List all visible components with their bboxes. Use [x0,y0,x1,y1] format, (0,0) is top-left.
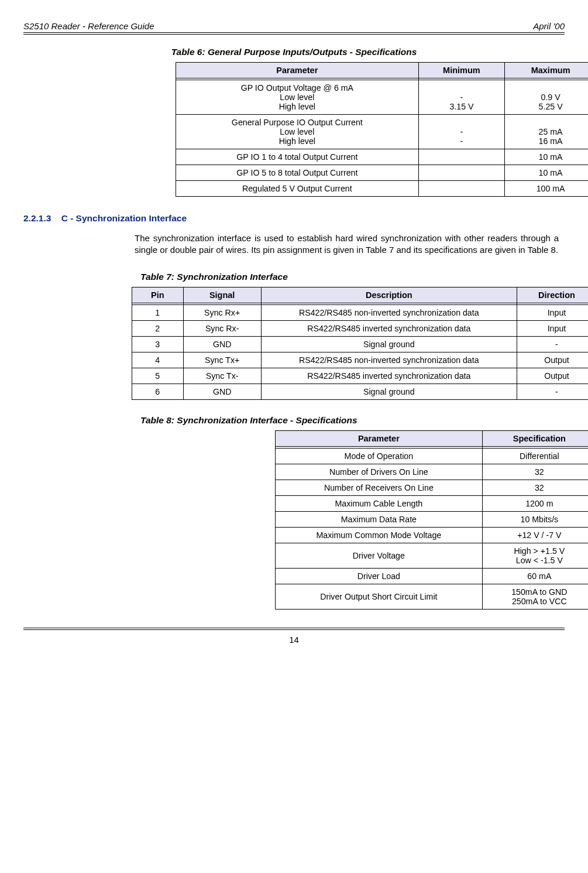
table-cell: RS422/RS485 inverted synchronization dat… [261,320,517,336]
table-row: 3GNDSignal ground- [132,336,589,352]
table-cell: 10 mA [505,149,588,165]
table-row: Driver VoltageHigh > +1.5 VLow < -1.5 V [276,543,589,568]
table-cell: Mode of Operation [276,448,483,464]
header-left: S2510 Reader - Reference Guide [23,21,154,31]
table-cell: 1200 m [482,495,588,511]
table-cell: GP IO 5 to 8 total Output Current [176,165,419,181]
table-row: Mode of OperationDifferential [276,448,589,464]
table-row: 6GNDSignal ground- [132,384,589,399]
table-cell: Sync Rx- [183,320,261,336]
t6-h0: Parameter [176,63,419,78]
t6-h2: Maximum [505,63,588,78]
table-cell: 100 mA [505,181,588,197]
table-cell: Output [517,368,588,384]
table-cell: Sync Tx+ [183,352,261,368]
table6-caption: Table 6: General Purpose Inputs/Outputs … [23,47,565,57]
header-right: April '00 [533,21,565,31]
table8: Parameter Specification Mode of Operatio… [275,430,588,610]
table-row: General Purpose IO Output CurrentLow lev… [176,115,589,149]
section-number: 2.2.1.3 [23,213,51,223]
table-row: 5Sync Tx-RS422/RS485 inverted synchroniz… [132,368,589,384]
section-paragraph: The synchronization interface is used to… [135,232,559,256]
table-cell: GP IO 1 to 4 total Output Current [176,149,419,165]
table-cell: Number of Drivers On Line [276,464,483,480]
page-header: S2510 Reader - Reference Guide April '00 [23,21,565,33]
table-cell: 10 Mbits/s [482,511,588,527]
table-cell: 6 [132,384,184,399]
section-title: C - Synchronization Interface [61,213,187,223]
table-cell: General Purpose IO Output CurrentLow lev… [176,115,419,149]
table-cell: 32 [482,480,588,495]
table-cell: 0.9 V5.25 V [505,80,588,115]
table-cell: +12 V / -7 V [482,527,588,543]
t8-h0: Parameter [276,430,483,446]
table-row: Driver Output Short Circuit Limit150mA t… [276,584,589,609]
table-row: Number of Receivers On Line32 [276,480,589,495]
table-cell [418,165,505,181]
table-cell: Maximum Common Mode Voltage [276,527,483,543]
table-cell [418,149,505,165]
page-footer: 14 [23,629,565,645]
table-cell: 25 mA16 mA [505,115,588,149]
table-row: Number of Drivers On Line32 [276,464,589,480]
table-cell: GND [183,384,261,399]
table-cell: 150mA to GND250mA to VCC [482,584,588,609]
table-cell: Signal ground [261,384,517,399]
table-row: Driver Load60 mA [276,568,589,584]
table-cell: Driver Output Short Circuit Limit [276,584,483,609]
t8-h1: Specification [482,430,588,446]
page-number: 14 [289,635,299,645]
section-heading: 2.2.1.3 C - Synchronization Interface [23,213,565,224]
table-row: GP IO 1 to 4 total Output Current 10 mA [176,149,589,165]
t7-h2: Description [261,287,517,303]
table-cell: 10 mA [505,165,588,181]
table-cell: 3 [132,336,184,352]
table-cell: GND [183,336,261,352]
table-row: Maximum Common Mode Voltage+12 V / -7 V [276,527,589,543]
table-cell: Input [517,320,588,336]
table-row: GP IO Output Voltage @ 6 mALow levelHigh… [176,80,589,115]
table-row: 4Sync Tx+RS422/RS485 non-inverted synchr… [132,352,589,368]
table-cell: Sync Rx+ [183,304,261,320]
table-cell: Sync Tx- [183,368,261,384]
table-cell: Differential [482,448,588,464]
t7-h3: Direction [517,287,588,303]
table-row: 2Sync Rx-RS422/RS485 inverted synchroniz… [132,320,589,336]
table-cell: Input [517,304,588,320]
table-cell: RS422/RS485 non-inverted synchronization… [261,352,517,368]
table-cell: Signal ground [261,336,517,352]
table-row: GP IO 5 to 8 total Output Current 10 mA [176,165,589,181]
table-row: Maximum Data Rate10 Mbits/s [276,511,589,527]
table-row: Maximum Cable Length1200 m [276,495,589,511]
table-cell: - [517,336,588,352]
table-row: Regulated 5 V Output Current 100 mA [176,181,589,197]
t6-h1: Minimum [418,63,505,78]
table-cell: 32 [482,464,588,480]
table-cell: -3.15 V [418,80,505,115]
table-row: 1Sync Rx+RS422/RS485 non-inverted synchr… [132,304,589,320]
table-cell: Driver Voltage [276,543,483,568]
t7-h0: Pin [132,287,184,303]
table8-caption: Table 8: Synchronization Interface - Spe… [140,415,565,426]
table-cell: 2 [132,320,184,336]
table-cell: 4 [132,352,184,368]
table-cell: RS422/RS485 non-inverted synchronization… [261,304,517,320]
t7-h1: Signal [183,287,261,303]
table-cell: Regulated 5 V Output Current [176,181,419,197]
table6: Parameter Minimum Maximum GP IO Output V… [176,62,588,197]
table-cell: 1 [132,304,184,320]
table-cell: Maximum Data Rate [276,511,483,527]
table-cell: High > +1.5 VLow < -1.5 V [482,543,588,568]
table-cell: - [517,384,588,399]
table-cell: Maximum Cable Length [276,495,483,511]
table-cell: Number of Receivers On Line [276,480,483,495]
table-cell: RS422/RS485 inverted synchronization dat… [261,368,517,384]
table-cell: 5 [132,368,184,384]
table-cell: 60 mA [482,568,588,584]
table7: Pin Signal Description Direction 1Sync R… [132,287,588,400]
table-cell: GP IO Output Voltage @ 6 mALow levelHigh… [176,80,419,115]
table-cell: Driver Load [276,568,483,584]
table-cell [418,181,505,197]
table-cell: Output [517,352,588,368]
table7-caption: Table 7: Synchronization Interface [140,272,565,282]
